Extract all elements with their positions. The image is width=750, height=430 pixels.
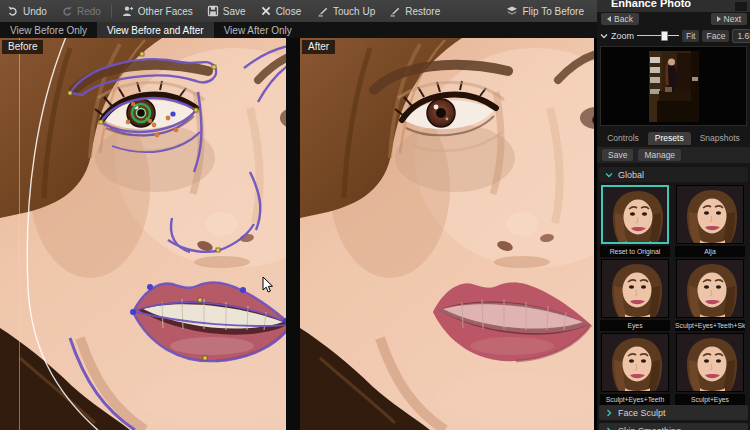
preset-label: Sculpt+Eyes+Teeth xyxy=(600,394,670,405)
preset-label: Eyes xyxy=(600,320,670,331)
preset-thumbnail xyxy=(676,185,744,244)
preset-actions-row: Save Manage xyxy=(597,147,750,163)
tab-snapshots[interactable]: Snapshots xyxy=(693,132,747,145)
preset-thumbnail xyxy=(676,259,744,318)
section-skin-smoothing[interactable]: Skin Smoothing xyxy=(599,423,748,430)
toolbar-center-group: Touch Up Restore xyxy=(310,0,447,22)
main-toolbar: Undo Redo Other Faces Save xyxy=(0,0,597,22)
back-arrow-icon xyxy=(607,16,611,22)
restore-label: Restore xyxy=(405,6,440,17)
preset-sculpt-eyes-teeth-skin[interactable]: Sculpt+Eyes+Teeth+Skin xyxy=(675,258,745,332)
touch-up-label: Touch Up xyxy=(333,6,375,17)
touch-up-button[interactable]: Touch Up xyxy=(310,0,382,22)
flip-layers-icon xyxy=(506,5,518,17)
preset-label: Alja xyxy=(675,246,745,257)
mouse-cursor xyxy=(262,276,274,294)
other-faces-icon xyxy=(122,5,134,17)
chevron-down-icon xyxy=(600,32,608,40)
back-button[interactable]: Back xyxy=(601,13,639,25)
preset-label: Sculpt+Eyes+Teeth+Skin xyxy=(675,320,745,331)
before-pane[interactable]: Before xyxy=(0,38,286,430)
panel-menu-button[interactable] xyxy=(735,2,747,11)
section-global-label: Global xyxy=(618,170,644,180)
next-label: Next xyxy=(724,14,741,24)
preset-thumbnail xyxy=(601,185,669,244)
zoom-fit-button[interactable]: Fit xyxy=(682,30,699,42)
app-window: Undo Redo Other Faces Save xyxy=(0,0,750,430)
after-photo xyxy=(300,38,594,430)
section-skin-smoothing-label: Skin Smoothing xyxy=(618,426,681,430)
back-label: Back xyxy=(614,14,633,24)
tab-view-before-and-after[interactable]: View Before and After xyxy=(97,22,214,38)
touch-up-brush-icon xyxy=(317,5,329,17)
tab-view-after-only[interactable]: View After Only xyxy=(214,22,302,38)
save-label: Save xyxy=(223,6,246,17)
save-icon xyxy=(207,5,219,17)
back-next-row: Back Next xyxy=(597,12,750,25)
zoom-slider-handle[interactable] xyxy=(661,31,668,41)
close-icon xyxy=(260,5,272,17)
preset-alja[interactable]: Alja xyxy=(675,184,745,258)
restore-brush-icon xyxy=(389,5,401,17)
redo-label: Redo xyxy=(77,6,101,17)
undo-button[interactable]: Undo xyxy=(0,0,54,22)
after-pane[interactable]: After xyxy=(300,38,594,430)
preset-manage-button[interactable]: Manage xyxy=(638,149,681,161)
zoom-section-toggle[interactable]: Zoom xyxy=(600,31,634,41)
preset-label: Sculpt+Eyes xyxy=(675,394,745,405)
enhance-side-panel: Back Next Zoom Fit Face 1.65:1 xyxy=(597,12,750,430)
flip-to-before-button[interactable]: Flip To Before xyxy=(499,0,591,22)
panel-title: Enhance Photo xyxy=(611,0,691,9)
next-arrow-icon xyxy=(717,16,721,22)
toolbar-right-group: Flip To Before xyxy=(499,0,591,22)
preset-thumbnail xyxy=(601,259,669,318)
navigator-preview[interactable] xyxy=(600,46,747,126)
save-button[interactable]: Save xyxy=(200,0,253,22)
close-button[interactable]: Close xyxy=(253,0,309,22)
other-faces-label: Other Faces xyxy=(138,6,193,17)
preset-save-button[interactable]: Save xyxy=(602,149,633,161)
view-mode-tabs: View Before Only View Before and After V… xyxy=(0,22,597,38)
panel-tabs: Controls Presets Snapshots xyxy=(597,131,750,145)
chevron-down-icon xyxy=(605,171,613,179)
tab-presets[interactable]: Presets xyxy=(648,132,691,145)
zoom-label: Zoom xyxy=(611,31,634,41)
undo-icon xyxy=(7,5,19,17)
section-face-sculpt-label: Face Sculpt xyxy=(618,408,666,418)
preset-label: Reset to Original xyxy=(600,246,670,257)
navigator-thumbnail xyxy=(649,51,699,122)
pane-divider xyxy=(286,38,300,430)
preset-thumbnail xyxy=(601,333,669,392)
zoom-ratio-value[interactable]: 1.65:1 xyxy=(732,29,750,43)
section-global[interactable]: Global xyxy=(599,167,748,182)
preset-grid: Reset to Original Alja Eyes Sculpt+Eyes+… xyxy=(600,184,747,406)
zoom-slider-track xyxy=(637,35,679,36)
redo-icon xyxy=(61,5,73,17)
after-pane-label: After xyxy=(302,40,335,54)
tab-view-before-only[interactable]: View Before Only xyxy=(0,22,97,38)
zoom-row: Zoom Fit Face 1.65:1 xyxy=(597,28,750,43)
other-faces-button[interactable]: Other Faces xyxy=(115,0,200,22)
preset-thumbnail xyxy=(676,333,744,392)
redo-button[interactable]: Redo xyxy=(54,0,108,22)
panel-title-bar: Enhance Photo xyxy=(597,0,750,12)
pane-edge-line xyxy=(19,38,20,430)
zoom-face-button[interactable]: Face xyxy=(702,30,729,42)
preset-reset-to-original[interactable]: Reset to Original xyxy=(600,184,670,258)
close-label: Close xyxy=(276,6,302,17)
chevron-right-icon xyxy=(605,409,613,417)
toolbar-separator xyxy=(111,4,112,18)
preset-sculpt-eyes[interactable]: Sculpt+Eyes xyxy=(675,332,745,406)
before-photo xyxy=(0,38,286,430)
restore-button[interactable]: Restore xyxy=(382,0,447,22)
chevron-right-icon xyxy=(605,427,613,430)
next-button[interactable]: Next xyxy=(711,13,747,25)
flip-to-before-label: Flip To Before xyxy=(522,6,584,17)
before-pane-label: Before xyxy=(2,40,43,54)
preset-sculpt-eyes-teeth[interactable]: Sculpt+Eyes+Teeth xyxy=(600,332,670,406)
preset-eyes[interactable]: Eyes xyxy=(600,258,670,332)
zoom-slider[interactable] xyxy=(637,31,679,41)
section-face-sculpt[interactable]: Face Sculpt xyxy=(599,405,748,420)
tab-controls[interactable]: Controls xyxy=(600,132,646,145)
undo-label: Undo xyxy=(23,6,47,17)
